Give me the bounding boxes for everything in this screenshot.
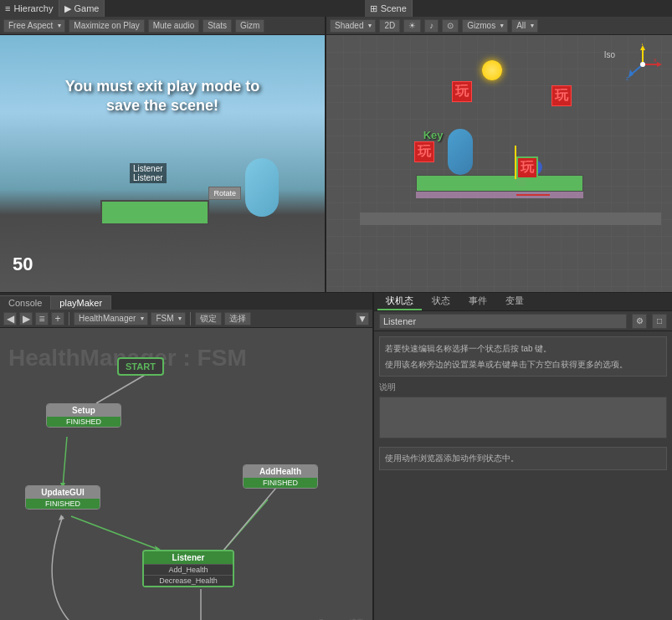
game-panel: Free Aspect Maximize on Play Mute audio …: [0, 17, 326, 292]
pm-lock-btn[interactable]: 锁定: [195, 312, 222, 325]
game-icon: ▶: [64, 3, 71, 14]
layers-btn[interactable]: ⊙: [442, 19, 459, 33]
insp-tab-events[interactable]: 事件: [460, 293, 495, 310]
lock-icon-btn[interactable]: □: [652, 314, 667, 329]
svg-line-11: [63, 437, 67, 487]
tab-playmaker[interactable]: playMaker: [51, 295, 111, 310]
svg-line-13: [71, 516, 159, 550]
scene-platform-shadow: [416, 192, 583, 198]
pm-select-btn[interactable]: 选择: [224, 312, 251, 325]
listener-title-input[interactable]: [379, 314, 627, 329]
scene-toolbar: Shaded 2D ☀ ♪ ⊙ Gizmos All: [326, 17, 672, 35]
pm-node-addhealth-event: FINISHED: [244, 478, 317, 488]
insp-hint-text2: 使用该名称旁边的设置菜单或右键单击下方空白获得更多的选项。: [385, 358, 661, 371]
game-message: You must exit play mode to save the scen…: [58, 77, 267, 116]
top-panels: Free Aspect Maximize on Play Mute audio …: [0, 17, 672, 293]
scene-char-4: 玩: [516, 156, 538, 179]
tab-scene[interactable]: ⊞ Scene: [365, 0, 413, 17]
bottom-panels: Console playMaker ◀ ▶ ≡ + HealthManager …: [0, 293, 672, 620]
insp-hint-text1: 若要快速编辑名称选择一个状态后按 tab 键。: [385, 342, 661, 355]
pm-node-updategui[interactable]: UpdateGUI FINISHED: [25, 485, 100, 510]
pm-node-addhealth[interactable]: AddHealth FINISHED: [243, 464, 318, 489]
pm-next-btn[interactable]: ▶: [19, 312, 33, 325]
scene-key-label: Key: [423, 129, 444, 141]
insp-action-hint: 使用动作浏览器添加动作到状态中。: [379, 447, 667, 470]
bottom-tab-bar: Console playMaker: [0, 293, 372, 310]
svg-line-10: [96, 374, 146, 403]
pm-prev-btn[interactable]: ◀: [3, 312, 17, 325]
tab-console[interactable]: Console: [0, 295, 51, 310]
scene-icon: ⊞: [370, 3, 377, 14]
scene-iso-label: Iso: [604, 50, 615, 59]
scene-panel: Shaded 2D ☀ ♪ ⊙ Gizmos All Key: [326, 17, 672, 292]
move-arrow-right: [516, 194, 550, 196]
scene-platform: [416, 175, 583, 192]
tab-scene-label: Scene: [381, 3, 407, 13]
pm-object-dropdown[interactable]: HealthManager: [74, 312, 148, 325]
scene-viewport: Key 玩 玩 玩 玩 Iso: [326, 35, 672, 292]
inspector-tabs: 状机态 状态 事件 变量: [374, 293, 672, 311]
game-rotate-btn[interactable]: Rotate: [208, 187, 241, 200]
shaded-dropdown[interactable]: Shaded: [330, 19, 376, 33]
pm-menu-btn[interactable]: ≡: [35, 312, 49, 325]
insp-desc-label: 说明: [379, 382, 667, 393]
svg-point-6: [640, 62, 645, 67]
game-ground: [100, 200, 209, 225]
scene-char-1: 玩: [452, 81, 472, 102]
scene-char-2: 玩: [551, 85, 572, 106]
aspect-dropdown[interactable]: Free Aspect: [3, 19, 65, 33]
tab-game[interactable]: ▶ Game: [59, 0, 105, 17]
gizmos-btn[interactable]: Gizm: [235, 19, 264, 33]
stats-btn[interactable]: Stats: [203, 19, 232, 33]
insp-desc-textarea[interactable]: [379, 397, 667, 438]
pm-start-node: START: [117, 357, 164, 376]
pm-node-setup-title: Setup: [47, 404, 121, 417]
insp-tab-variables[interactable]: 变量: [497, 293, 532, 310]
inspector-header: ⚙ □: [374, 311, 672, 331]
game-capsule: [245, 158, 279, 217]
svg-text:z: z: [626, 75, 629, 81]
pm-viewport[interactable]: HealthManager : FSM: [0, 328, 372, 620]
insp-tab-statemachine[interactable]: 状机态: [377, 293, 422, 310]
inspector-panel: 状机态 状态 事件 变量 ⚙ □ 若要快速编辑名称选择一个状态后按 tab 键。…: [374, 293, 672, 620]
game-listener-label: Listener Listener: [130, 163, 167, 183]
svg-marker-5: [628, 69, 634, 78]
top-tab-bar: ≡ Hierarchy ▶ Game ⊞ Scene: [0, 0, 672, 17]
svg-marker-3: [657, 62, 662, 67]
tab-game-label: Game: [74, 3, 100, 13]
scene-capsule: [448, 129, 473, 175]
pm-node-listener-event1: Add_Health: [144, 564, 233, 575]
pm-node-listener[interactable]: Listener Add_Health Decrease_Health: [142, 550, 234, 587]
game-viewport: You must exit play mode to save the scen…: [0, 35, 325, 292]
maximize-btn[interactable]: Maximize on Play: [69, 19, 144, 33]
pm-node-listener-title: Listener: [144, 551, 233, 564]
mute-btn[interactable]: Mute audio: [148, 19, 199, 33]
move-arrow-up: [515, 146, 516, 179]
tab-hierarchy[interactable]: ≡ Hierarchy: [0, 0, 59, 17]
all-btn[interactable]: All: [511, 19, 538, 33]
pm-node-addhealth-title: AddHealth: [244, 465, 317, 478]
pm-fsm-dropdown[interactable]: FSM: [151, 312, 186, 325]
pm-collapse-btn[interactable]: ▼: [356, 312, 369, 325]
gizmos-scene-btn[interactable]: Gizmos: [462, 19, 508, 33]
game-toolbar: Free Aspect Maximize on Play Mute audio …: [0, 17, 325, 35]
settings-icon-btn[interactable]: ⚙: [632, 314, 647, 329]
hierarchy-icon: ≡: [5, 3, 10, 13]
svg-text:Y: Y: [640, 44, 644, 46]
svg-text:x: x: [654, 57, 657, 63]
insp-hint-box: 若要快速编辑名称选择一个状态后按 tab 键。 使用该名称旁边的设置菜单或右键单…: [379, 336, 667, 377]
move-square: [516, 177, 526, 187]
light-btn[interactable]: ☀: [403, 19, 421, 33]
pm-node-updategui-title: UpdateGUI: [26, 486, 100, 499]
2d-btn[interactable]: 2D: [379, 19, 400, 33]
svg-marker-21: [59, 515, 64, 520]
pm-node-setup-event: FINISHED: [47, 417, 121, 427]
audio-btn[interactable]: ♪: [424, 19, 439, 33]
pm-add-btn[interactable]: +: [51, 312, 64, 325]
pm-node-setup[interactable]: Setup FINISHED: [46, 403, 121, 428]
scene-char-3: 玩: [414, 141, 434, 162]
pm-sep-1: [69, 312, 69, 325]
insp-tab-state[interactable]: 状态: [423, 293, 459, 310]
pm-toolbar: ◀ ▶ ≡ + HealthManager FSM 锁定 选择 ▼: [0, 310, 372, 328]
playmaker-panel: Console playMaker ◀ ▶ ≡ + HealthManager …: [0, 293, 374, 620]
